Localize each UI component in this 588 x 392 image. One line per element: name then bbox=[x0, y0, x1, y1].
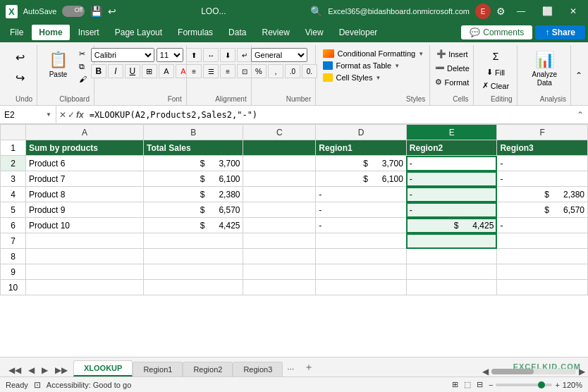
sheet-nav-prev-btn[interactable]: ◀ bbox=[25, 364, 37, 376]
col-header-D[interactable]: D bbox=[316, 125, 407, 140]
bold-button[interactable]: B bbox=[91, 64, 106, 78]
cell-E1[interactable]: Region2 bbox=[406, 140, 497, 156]
align-right-button[interactable]: ≡ bbox=[220, 64, 235, 78]
cell-F4[interactable]: $ 2,380 bbox=[497, 187, 588, 202]
autosave-toggle[interactable] bbox=[62, 6, 85, 17]
border-button[interactable]: ⊞ bbox=[142, 64, 157, 78]
cell-B10[interactable] bbox=[144, 280, 243, 295]
cell-E3[interactable]: - bbox=[406, 171, 497, 187]
align-bottom-button[interactable]: ⬇ bbox=[220, 48, 235, 62]
cell-D5[interactable]: - bbox=[316, 202, 407, 218]
row-header-8[interactable]: 8 bbox=[1, 249, 26, 264]
cell-B8[interactable] bbox=[144, 249, 243, 264]
undo-button[interactable]: ↩ bbox=[7, 48, 32, 67]
increase-decimal-button[interactable]: .0 bbox=[285, 64, 300, 78]
row-header-2[interactable]: 2 bbox=[1, 156, 26, 171]
cell-E2[interactable]: - bbox=[406, 156, 497, 171]
cell-C1[interactable] bbox=[243, 140, 316, 156]
fill-button[interactable]: ⬇Fill bbox=[484, 66, 508, 78]
col-header-B[interactable]: B bbox=[144, 125, 243, 140]
menu-item-data[interactable]: Data bbox=[221, 25, 253, 40]
cell-C6[interactable] bbox=[243, 218, 316, 233]
cell-F8[interactable] bbox=[497, 249, 588, 264]
undo-icon-title[interactable]: ↩ bbox=[108, 6, 116, 17]
fill-color-button[interactable]: A bbox=[159, 64, 174, 78]
cell-E9[interactable] bbox=[406, 264, 497, 280]
copy-button[interactable]: ⧉ bbox=[76, 61, 90, 73]
cell-B6[interactable]: $ 4,425 bbox=[144, 218, 243, 233]
sheet-add-button[interactable]: ＋ bbox=[298, 358, 319, 376]
cell-C4[interactable] bbox=[243, 187, 316, 202]
cell-D9[interactable] bbox=[316, 264, 407, 280]
delete-cells-button[interactable]: ➖Delete bbox=[432, 62, 472, 74]
horizontal-scrollbar[interactable] bbox=[491, 369, 576, 374]
sheet-tab-region1[interactable]: Region1 bbox=[133, 362, 183, 376]
sheet-tab-region2[interactable]: Region2 bbox=[183, 362, 233, 376]
cell-styles-button[interactable]: Cell Styles ▼ bbox=[319, 72, 428, 83]
cell-E8[interactable] bbox=[406, 249, 497, 264]
cell-E5[interactable]: - bbox=[406, 202, 497, 218]
zoom-in-btn[interactable]: + bbox=[555, 381, 559, 389]
name-box-dropdown[interactable]: ▼ bbox=[46, 111, 51, 118]
decrease-decimal-button[interactable]: 0. bbox=[302, 64, 317, 78]
menu-item-pagelayout[interactable]: Page Layout bbox=[108, 25, 169, 40]
italic-button[interactable]: I bbox=[108, 64, 123, 78]
menu-item-developer[interactable]: Developer bbox=[332, 25, 385, 40]
cell-F7[interactable] bbox=[497, 233, 588, 249]
number-format-select[interactable]: General bbox=[251, 48, 307, 62]
percent-button[interactable]: % bbox=[251, 64, 267, 78]
formula-bar-expand[interactable]: ⌃ bbox=[572, 110, 588, 120]
sheet-tab-more[interactable]: ··· bbox=[283, 361, 298, 376]
cell-A9[interactable] bbox=[25, 264, 143, 280]
search-icon[interactable]: 🔍 bbox=[310, 6, 322, 17]
menu-item-insert[interactable]: Insert bbox=[71, 25, 106, 40]
conditional-formatting-button[interactable]: Conditional Formatting ▼ bbox=[319, 48, 428, 59]
cell-D6[interactable]: - bbox=[316, 218, 407, 233]
view-layout-icon[interactable]: ⬚ bbox=[464, 380, 471, 389]
menu-item-view[interactable]: View bbox=[298, 25, 331, 40]
cancel-formula-icon[interactable]: ✕ bbox=[59, 110, 66, 120]
cell-F10[interactable] bbox=[497, 280, 588, 295]
cell-F3[interactable]: - bbox=[497, 171, 588, 187]
clear-button[interactable]: ✗Clear bbox=[479, 80, 512, 92]
view-break-icon[interactable]: ⊟ bbox=[477, 380, 483, 389]
cell-C2[interactable] bbox=[243, 156, 316, 171]
menu-item-home[interactable]: Home bbox=[32, 25, 69, 40]
sum-button[interactable]: Σ bbox=[483, 48, 508, 65]
row-header-3[interactable]: 3 bbox=[1, 171, 26, 187]
comments-button[interactable]: 💬 Comments bbox=[461, 25, 532, 39]
save-icon[interactable]: 💾 bbox=[90, 6, 102, 17]
analyze-data-button[interactable]: 📊 Analyze Data bbox=[523, 48, 566, 90]
cell-A7[interactable] bbox=[25, 233, 143, 249]
cell-C8[interactable] bbox=[243, 249, 316, 264]
wrap-text-button[interactable]: ↵ bbox=[237, 48, 252, 62]
align-middle-button[interactable]: ↔ bbox=[203, 48, 219, 62]
cell-B5[interactable]: $ 6,570 bbox=[144, 202, 243, 218]
confirm-formula-icon[interactable]: ✓ bbox=[68, 110, 75, 120]
cell-E4[interactable]: - bbox=[406, 187, 497, 202]
font-family-select[interactable]: Calibri bbox=[91, 48, 154, 62]
row-header-9[interactable]: 9 bbox=[1, 264, 26, 280]
format-cells-button[interactable]: ⚙Format bbox=[432, 76, 472, 88]
col-header-C[interactable]: C bbox=[243, 125, 316, 140]
cell-C5[interactable] bbox=[243, 202, 316, 218]
menu-item-review[interactable]: Review bbox=[255, 25, 296, 40]
cell-B3[interactable]: $ 6,100 bbox=[144, 171, 243, 187]
cell-D2[interactable]: $ 3,700 bbox=[316, 156, 407, 171]
format-as-table-button[interactable]: Format as Table ▼ bbox=[319, 60, 428, 71]
cell-A10[interactable] bbox=[25, 280, 143, 295]
cell-C7[interactable] bbox=[243, 233, 316, 249]
cell-F6[interactable]: - bbox=[497, 218, 588, 233]
close-btn[interactable]: ✕ bbox=[564, 5, 582, 18]
insert-cells-button[interactable]: ➕Insert bbox=[434, 48, 471, 60]
font-size-select[interactable]: 11 bbox=[157, 48, 183, 62]
sheet-nav-left-btn[interactable]: ◀◀ bbox=[6, 364, 24, 376]
formula-input[interactable]: =XLOOKUP(A2,Products2,Sales2,"-") bbox=[87, 110, 572, 120]
sheet-nav-next-btn[interactable]: ▶ bbox=[39, 364, 51, 376]
row-header-7[interactable]: 7 bbox=[1, 233, 26, 249]
underline-button[interactable]: U bbox=[125, 64, 140, 78]
redo-button[interactable]: ↪ bbox=[7, 68, 32, 87]
cell-E10[interactable] bbox=[406, 280, 497, 295]
cell-B7[interactable] bbox=[144, 233, 243, 249]
menu-item-formulas[interactable]: Formulas bbox=[171, 25, 220, 40]
